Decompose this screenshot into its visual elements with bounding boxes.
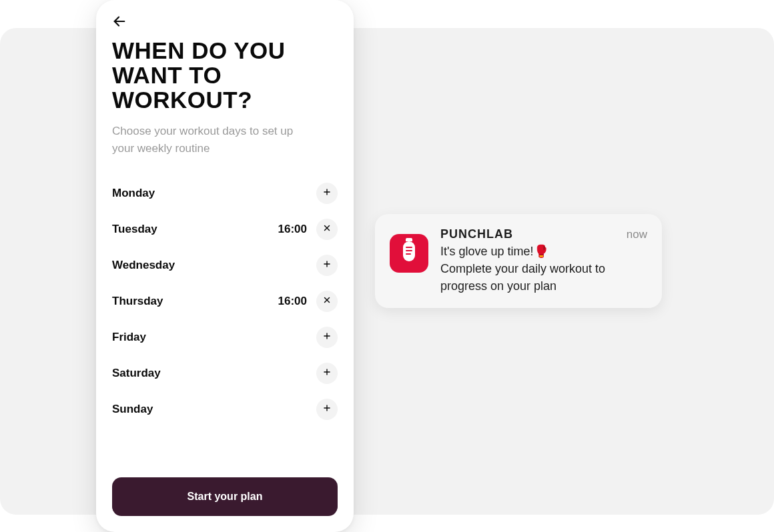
day-row-monday[interactable]: Monday xyxy=(112,175,338,211)
plus-icon xyxy=(322,187,332,199)
remove-day-button[interactable] xyxy=(316,291,338,312)
add-day-button[interactable] xyxy=(316,399,338,420)
day-label: Friday xyxy=(112,331,146,344)
boxing-glove-icon: 🥊 xyxy=(534,245,548,258)
notification-timestamp: now xyxy=(627,228,647,241)
day-label: Tuesday xyxy=(112,223,157,236)
add-day-button[interactable] xyxy=(316,327,338,348)
plus-icon xyxy=(322,403,332,415)
close-icon xyxy=(322,223,332,235)
page-subtitle: Choose your workout days to set up your … xyxy=(112,123,312,157)
add-day-button[interactable] xyxy=(316,183,338,204)
punching-bag-icon xyxy=(399,238,419,269)
days-list: Monday Tuesday 16:00 Wed xyxy=(112,175,338,427)
plus-icon xyxy=(322,367,332,379)
plus-icon xyxy=(322,331,332,343)
notification-body: PUNCHLAB now It's glove up time!🥊 Comple… xyxy=(440,227,647,295)
app-icon xyxy=(390,234,428,273)
day-row-friday[interactable]: Friday xyxy=(112,319,338,355)
start-plan-button[interactable]: Start your plan xyxy=(112,477,338,516)
day-time: 16:00 xyxy=(278,295,307,308)
arrow-left-icon xyxy=(112,14,127,31)
day-row-saturday[interactable]: Saturday xyxy=(112,355,338,391)
day-row-tuesday[interactable]: Tuesday 16:00 xyxy=(112,211,338,247)
day-row-wednesday[interactable]: Wednesday xyxy=(112,247,338,283)
day-row-thursday[interactable]: Thursday 16:00 xyxy=(112,283,338,319)
day-row-sunday[interactable]: Sunday xyxy=(112,391,338,427)
notification-app-name: PUNCHLAB xyxy=(440,227,513,241)
day-time: 16:00 xyxy=(278,223,307,236)
day-label: Thursday xyxy=(112,295,163,308)
add-day-button[interactable] xyxy=(316,363,338,384)
notification-message: It's glove up time!🥊 Complete your daily… xyxy=(440,243,641,295)
day-label: Monday xyxy=(112,187,155,200)
notification-card[interactable]: PUNCHLAB now It's glove up time!🥊 Comple… xyxy=(375,214,662,308)
page-title: WHEN DO YOU WANT TO WORKOUT? xyxy=(112,39,338,112)
day-label: Wednesday xyxy=(112,259,175,272)
day-label: Sunday xyxy=(112,403,153,416)
day-label: Saturday xyxy=(112,367,161,380)
notification-line1: It's glove up time! xyxy=(440,245,534,258)
remove-day-button[interactable] xyxy=(316,219,338,240)
back-button[interactable] xyxy=(112,13,131,32)
phone-frame: WHEN DO YOU WANT TO WORKOUT? Choose your… xyxy=(96,0,354,532)
notification-line2: Complete your daily workout to progress … xyxy=(440,262,605,293)
add-day-button[interactable] xyxy=(316,255,338,276)
plus-icon xyxy=(322,259,332,271)
close-icon xyxy=(322,295,332,307)
